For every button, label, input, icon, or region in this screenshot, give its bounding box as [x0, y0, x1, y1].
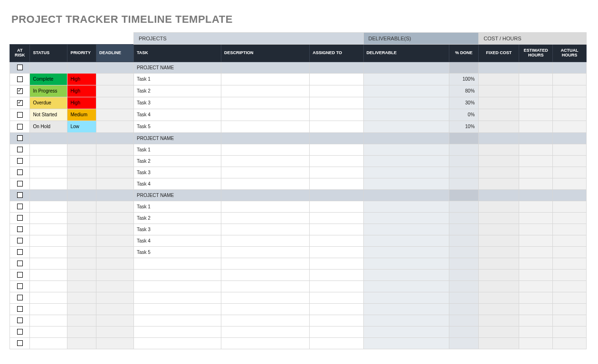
priority-cell[interactable] — [67, 235, 96, 246]
deadline-cell[interactable] — [96, 269, 134, 280]
assigned-to-cell[interactable] — [310, 144, 363, 155]
deliverable-cell[interactable] — [363, 167, 449, 178]
task-cell[interactable]: Task 4 — [133, 109, 221, 121]
priority-cell[interactable]: High — [67, 85, 96, 97]
task-cell[interactable]: Task 4 — [133, 235, 221, 246]
at-risk-checkbox[interactable] — [17, 283, 23, 289]
actual-hours-cell[interactable] — [553, 73, 587, 85]
task-cell[interactable]: Task 2 — [133, 155, 221, 167]
deliverable-cell[interactable] — [363, 258, 449, 269]
pct-done-cell[interactable] — [449, 337, 479, 349]
priority-cell[interactable] — [67, 303, 96, 315]
status-cell[interactable] — [30, 201, 67, 212]
task-cell[interactable] — [133, 337, 221, 349]
estimated-hours-cell[interactable] — [519, 212, 553, 224]
pct-done-cell[interactable] — [449, 292, 479, 303]
description-cell[interactable] — [221, 337, 310, 349]
description-cell[interactable] — [221, 326, 310, 337]
fixed-cost-cell[interactable] — [479, 269, 519, 280]
deliverable-cell[interactable] — [363, 246, 449, 258]
priority-cell[interactable] — [67, 246, 96, 258]
pct-done-cell[interactable] — [449, 144, 479, 155]
estimated-hours-cell[interactable] — [519, 178, 553, 189]
assigned-to-cell[interactable] — [310, 269, 363, 280]
fixed-cost-cell[interactable] — [479, 144, 519, 155]
estimated-hours-cell[interactable] — [519, 144, 553, 155]
description-cell[interactable] — [221, 315, 310, 326]
fixed-cost-cell[interactable] — [479, 132, 519, 144]
status-cell[interactable] — [30, 212, 67, 224]
assigned-to-cell[interactable] — [310, 235, 363, 246]
pct-done-cell[interactable] — [449, 315, 479, 326]
task-cell[interactable] — [133, 303, 221, 315]
actual-hours-cell[interactable] — [553, 326, 587, 337]
pct-done-cell[interactable] — [449, 269, 479, 280]
at-risk-checkbox[interactable] — [17, 306, 23, 312]
pct-done-cell[interactable] — [449, 178, 479, 189]
estimated-hours-cell[interactable] — [519, 62, 553, 73]
description-cell[interactable] — [221, 235, 310, 246]
estimated-hours-cell[interactable] — [519, 224, 553, 235]
assigned-to-cell[interactable] — [310, 109, 363, 121]
deadline-cell[interactable] — [96, 73, 134, 85]
at-risk-checkbox[interactable] — [17, 88, 23, 94]
assigned-to-cell[interactable] — [310, 62, 363, 73]
assigned-to-cell[interactable] — [310, 212, 363, 224]
task-cell[interactable]: Task 2 — [133, 212, 221, 224]
deadline-cell[interactable] — [96, 235, 134, 246]
task-cell[interactable]: Task 5 — [133, 246, 221, 258]
deliverable-cell[interactable] — [363, 326, 449, 337]
fixed-cost-cell[interactable] — [479, 73, 519, 85]
fixed-cost-cell[interactable] — [479, 85, 519, 97]
fixed-cost-cell[interactable] — [479, 337, 519, 349]
fixed-cost-cell[interactable] — [479, 109, 519, 121]
task-cell[interactable]: PROJECT NAME — [133, 132, 221, 144]
assigned-to-cell[interactable] — [310, 258, 363, 269]
deliverable-cell[interactable] — [363, 144, 449, 155]
task-cell[interactable]: Task 1 — [133, 73, 221, 85]
pct-done-cell[interactable] — [449, 258, 479, 269]
status-cell[interactable] — [30, 189, 67, 201]
deliverable-cell[interactable] — [363, 109, 449, 121]
assigned-to-cell[interactable] — [310, 121, 363, 132]
deliverable-cell[interactable] — [363, 269, 449, 280]
deadline-cell[interactable] — [96, 258, 134, 269]
status-cell[interactable]: Not Started — [30, 109, 67, 121]
priority-cell[interactable]: High — [67, 97, 96, 109]
assigned-to-cell[interactable] — [310, 280, 363, 292]
task-cell[interactable] — [133, 269, 221, 280]
at-risk-checkbox[interactable] — [17, 204, 23, 209]
at-risk-checkbox[interactable] — [17, 317, 23, 323]
actual-hours-cell[interactable] — [553, 280, 587, 292]
fixed-cost-cell[interactable] — [479, 292, 519, 303]
fixed-cost-cell[interactable] — [479, 62, 519, 73]
description-cell[interactable] — [221, 212, 310, 224]
assigned-to-cell[interactable] — [310, 97, 363, 109]
deadline-cell[interactable] — [96, 85, 134, 97]
estimated-hours-cell[interactable] — [519, 303, 553, 315]
fixed-cost-cell[interactable] — [479, 258, 519, 269]
assigned-to-cell[interactable] — [310, 189, 363, 201]
estimated-hours-cell[interactable] — [519, 132, 553, 144]
description-cell[interactable] — [221, 167, 310, 178]
description-cell[interactable] — [221, 201, 310, 212]
fixed-cost-cell[interactable] — [479, 235, 519, 246]
at-risk-checkbox[interactable] — [17, 238, 23, 243]
at-risk-checkbox[interactable] — [17, 215, 23, 221]
at-risk-checkbox[interactable] — [17, 76, 23, 82]
estimated-hours-cell[interactable] — [519, 201, 553, 212]
at-risk-checkbox[interactable] — [17, 249, 23, 255]
deliverable-cell[interactable] — [363, 97, 449, 109]
pct-done-cell[interactable] — [449, 235, 479, 246]
deliverable-cell[interactable] — [363, 337, 449, 349]
deliverable-cell[interactable] — [363, 155, 449, 167]
at-risk-checkbox[interactable] — [17, 261, 23, 266]
deadline-cell[interactable] — [96, 292, 134, 303]
actual-hours-cell[interactable] — [553, 224, 587, 235]
task-cell[interactable]: Task 5 — [133, 121, 221, 132]
actual-hours-cell[interactable] — [553, 132, 587, 144]
status-cell[interactable] — [30, 155, 67, 167]
description-cell[interactable] — [221, 280, 310, 292]
status-cell[interactable] — [30, 315, 67, 326]
status-cell[interactable] — [30, 258, 67, 269]
